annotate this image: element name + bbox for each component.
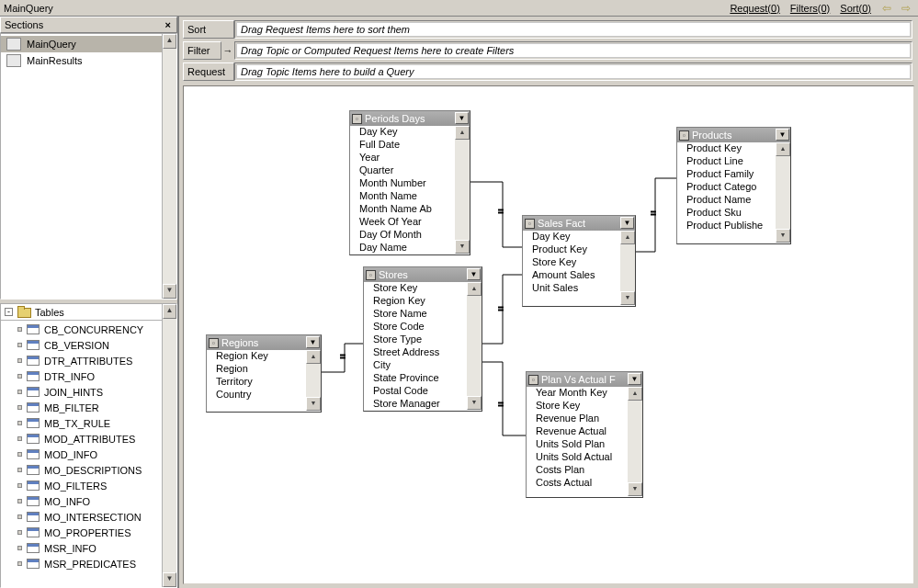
entity-dropdown-icon[interactable]: ▼ — [467, 268, 481, 280]
entity-field[interactable]: Product Key — [523, 243, 635, 256]
entity-stores[interactable]: ▫Stores▼Store KeyRegion KeyStore NameSto… — [363, 266, 482, 412]
scroll-down-icon[interactable]: ▼ — [306, 397, 321, 411]
entity-dropdown-icon[interactable]: ▼ — [776, 129, 789, 141]
entity-header[interactable]: ▫Plan Vs Actual F▼ — [527, 372, 642, 387]
scroll-up-icon[interactable]: ▲ — [306, 350, 321, 364]
entity-field[interactable]: Month Name — [350, 190, 470, 203]
scroll-down-icon[interactable]: ▼ — [628, 482, 642, 496]
entity-scrollbar[interactable]: ▲▼ — [455, 126, 470, 254]
filter-arrow-icon[interactable]: → — [221, 45, 234, 56]
entity-sys-icon[interactable]: ▫ — [209, 338, 219, 348]
entity-field[interactable]: Store Type — [364, 334, 482, 346]
entity-field[interactable]: Day Of Month — [350, 229, 470, 242]
scroll-down-icon[interactable]: ▼ — [163, 572, 176, 587]
table-item[interactable]: MOD_ATTRIBUTES — [1, 431, 176, 447]
scroll-track[interactable] — [628, 401, 642, 482]
scroll-up-icon[interactable]: ▲ — [620, 231, 635, 244]
entity-field[interactable]: Year Month Key — [527, 387, 642, 400]
entity-field[interactable]: Store Manager — [364, 398, 482, 411]
entity-field[interactable]: Store Code — [364, 321, 482, 334]
entity-field[interactable]: State Province — [364, 372, 482, 385]
entity-field[interactable]: Product Publishe — [677, 220, 790, 232]
sort-link[interactable]: Sort(0) — [840, 3, 871, 14]
scroll-up-icon[interactable]: ▲ — [163, 304, 176, 319]
scroll-track[interactable] — [306, 364, 321, 397]
entity-field[interactable]: Street Address — [364, 346, 482, 359]
scroll-track[interactable] — [455, 140, 470, 240]
sections-scrollbar[interactable]: ▲ ▼ — [162, 34, 176, 299]
table-item[interactable]: JOIN_HINTS — [1, 384, 176, 400]
entity-field[interactable]: Product Sku — [677, 207, 790, 220]
entity-field[interactable]: Postal Code — [364, 385, 482, 398]
entity-dropdown-icon[interactable]: ▼ — [628, 373, 641, 385]
entity-plan[interactable]: ▫Plan Vs Actual F▼Year Month KeyStore Ke… — [526, 371, 643, 498]
entity-field[interactable]: Month Name Ab — [350, 203, 470, 216]
request-link[interactable]: Request(0) — [730, 3, 779, 14]
entity-field[interactable]: Full Date — [350, 139, 470, 152]
entity-sys-icon[interactable]: ▫ — [352, 114, 362, 124]
entity-field[interactable]: Month Number — [350, 177, 470, 190]
table-item[interactable]: MO_INFO — [1, 493, 176, 509]
section-item[interactable]: MainQuery — [1, 36, 176, 52]
scroll-down-icon[interactable]: ▼ — [467, 396, 482, 410]
table-item[interactable]: MSR_PREDICATES — [1, 556, 176, 571]
entity-dropdown-icon[interactable]: ▼ — [306, 336, 320, 348]
entity-periods[interactable]: ▫Periods Days▼Day KeyFull DateYearQuarte… — [349, 110, 470, 255]
scroll-up-icon[interactable]: ▲ — [163, 34, 176, 49]
entity-salesfact[interactable]: ▫Sales Fact▼Day KeyProduct KeyStore KeyA… — [522, 215, 636, 307]
scroll-up-icon[interactable]: ▲ — [776, 142, 790, 156]
entity-field[interactable]: Region — [207, 363, 321, 376]
scroll-track[interactable] — [163, 319, 176, 572]
entity-field[interactable]: Day Name — [350, 242, 470, 254]
scroll-track[interactable] — [467, 296, 482, 396]
entity-field[interactable]: Region Key — [364, 295, 482, 308]
entity-scrollbar[interactable]: ▲▼ — [776, 142, 790, 243]
entity-field[interactable]: Unit Sales — [523, 282, 635, 295]
tables-header[interactable]: - Tables — [1, 304, 176, 321]
entity-field[interactable]: Units Sold Plan — [527, 438, 642, 451]
scroll-down-icon[interactable]: ▼ — [163, 284, 176, 299]
section-item[interactable]: MainResults — [1, 52, 176, 69]
scroll-track[interactable] — [620, 244, 635, 291]
nav-forward-icon[interactable]: ⇨ — [898, 2, 914, 15]
scroll-track[interactable] — [776, 156, 790, 229]
scroll-up-icon[interactable]: ▲ — [628, 387, 642, 401]
entity-sys-icon[interactable]: ▫ — [679, 130, 689, 141]
filters-link[interactable]: Filters(0) — [790, 3, 830, 14]
entity-field[interactable]: Day Key — [523, 231, 635, 243]
entity-field[interactable]: Week Of Year — [350, 216, 470, 229]
entity-field[interactable]: Units Sold Actual — [527, 451, 642, 464]
table-item[interactable]: MB_FILTER — [1, 400, 176, 415]
table-item[interactable]: MO_DESCRIPTIONS — [1, 462, 176, 478]
entity-field[interactable]: Store Key — [364, 282, 482, 295]
table-item[interactable]: MB_TX_RULE — [1, 415, 176, 431]
query-canvas[interactable]: = = = = = ▫Periods Days▼Day KeyFull Date… — [183, 85, 914, 584]
tables-scrollbar[interactable]: ▲ ▼ — [162, 304, 176, 587]
entity-field[interactable]: Day Key — [350, 126, 470, 139]
nav-back-icon[interactable]: ⇦ — [878, 2, 895, 15]
entity-header[interactable]: ▫Regions▼ — [207, 335, 321, 350]
table-item[interactable]: MSR_INFO — [1, 540, 176, 556]
entity-field[interactable]: Territory — [207, 376, 321, 389]
sort-drop-zone[interactable]: Drag Request Items here to sort them — [234, 20, 912, 39]
entity-field[interactable]: Amount Sales — [523, 269, 635, 282]
entity-field[interactable]: Region Key — [207, 350, 321, 363]
tree-collapse-icon[interactable]: - — [5, 308, 13, 316]
entity-field[interactable]: Store Key — [523, 256, 635, 269]
entity-scrollbar[interactable]: ▲▼ — [467, 282, 482, 410]
scroll-up-icon[interactable]: ▲ — [455, 126, 470, 140]
entity-field[interactable]: Revenue Plan — [527, 413, 642, 425]
entity-scrollbar[interactable]: ▲▼ — [306, 350, 321, 411]
entity-sys-icon[interactable]: ▫ — [525, 219, 535, 229]
entity-header[interactable]: ▫Products▼ — [677, 128, 790, 142]
entity-field[interactable]: Year — [350, 152, 470, 164]
entity-products[interactable]: ▫Products▼Product KeyProduct LineProduct… — [676, 127, 791, 244]
entity-scrollbar[interactable]: ▲▼ — [620, 231, 635, 305]
filter-drop-zone[interactable]: Drag Topic or Computed Request Items her… — [234, 41, 912, 60]
scroll-down-icon[interactable]: ▼ — [776, 229, 790, 243]
entity-field[interactable]: Country — [207, 389, 321, 401]
entity-field[interactable]: Revenue Actual — [527, 425, 642, 438]
table-item[interactable]: MO_PROPERTIES — [1, 525, 176, 540]
table-item[interactable]: MO_FILTERS — [1, 478, 176, 493]
entity-field[interactable]: Product Key — [677, 142, 790, 155]
